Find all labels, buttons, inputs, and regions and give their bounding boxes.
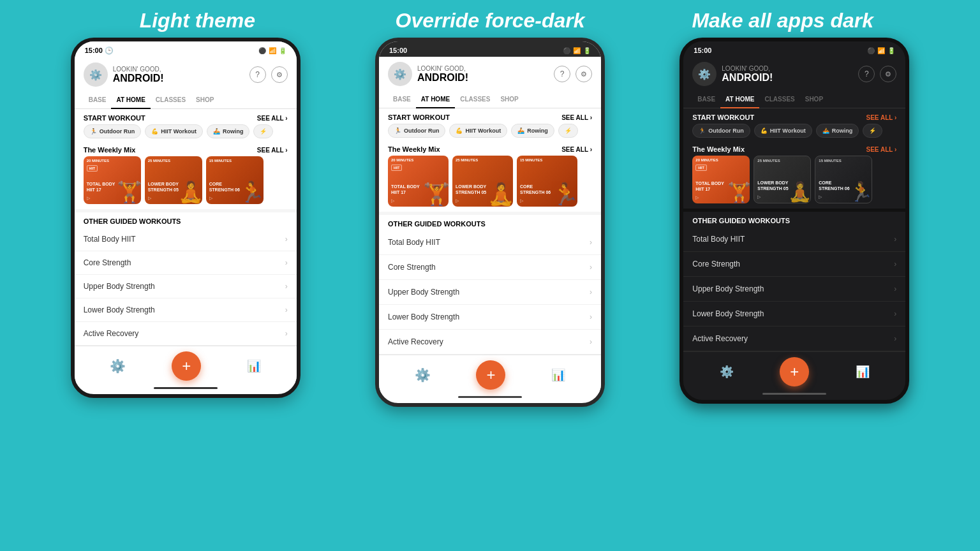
page-container: Light theme Override force-dark Make all… [0,0,980,551]
tab-shop-light[interactable]: SHOP [191,92,219,108]
chip-rowing-dark[interactable]: 🚣Rowing [511,124,554,138]
chip-more-light[interactable]: ⚡ [253,124,273,138]
bottom-nav-dark: ⚙️ + 📊 [379,355,601,393]
list-lower-dark[interactable]: Lower Body Strength › [379,305,601,330]
tab-athome-dark[interactable]: AT HOME [416,91,455,108]
chip-more-dark[interactable]: ⚡ [558,124,578,138]
card-lower-body-light[interactable]: 25 MINUTES LOWER BODYSTRENGTH 05 ▷ 🧘 [145,156,202,204]
home-indicator-vdark [762,393,826,395]
see-all-mix-dark[interactable]: SEE ALL › [561,146,592,153]
list-core-vdark[interactable]: Core Strength › [683,252,905,277]
list-core-light[interactable]: Core Strength › [75,251,297,275]
settings-icon-light[interactable]: ⚙ [271,66,288,83]
chip-outdoor-dark[interactable]: 🏃Outdoor Run [388,124,446,138]
weekly-mix-title-vdark: The Weekly Mix [692,145,745,153]
see-all-start-vdark[interactable]: SEE ALL › [866,114,897,121]
guided-title-vdark: OTHER GUIDED WORKOUTS [683,212,905,227]
help-icon-dark[interactable]: ? [554,66,570,82]
guided-title-dark: OTHER GUIDED WORKOUTS [379,215,601,230]
card-core-dark[interactable]: 15 MINUTES CORESTRENGTH 06 ▷ 🏃 [517,156,577,207]
start-workout-title-vdark: START WORKOUT [692,114,754,121]
fab-vdark[interactable]: + [780,357,809,386]
avatar-vdark: ⚙️ [692,62,716,86]
scroll-content-dark: START WORKOUT SEE ALL › 🏃Outdoor Run 💪HI… [379,108,601,355]
list-recovery-light[interactable]: Active Recovery › [75,322,297,346]
tab-base-dark[interactable]: BASE [388,91,416,108]
chip-hiit-dark[interactable]: 💪HIIT Workout [449,124,507,138]
camera-dot-light: ⚫ [258,47,266,54]
scroll-content-light: START WORKOUT SEE ALL › 🏃Outdoor Run 💪HI… [75,109,297,346]
phone-vdark: 15:00 ⚫ 📶 🔋 ⚙️ LOOKIN' GOOD, ANDROID! [679,38,909,404]
settings-icon-dark[interactable]: ⚙ [575,66,592,82]
card-core-vdark[interactable]: 15 MINUTES CORESTRENGTH 06 ▷ 🏃 [815,156,872,203]
card-lower-body-vdark[interactable]: 25 MINUTES LOWER BODYSTRENGTH 05 ▷ 🧘 [754,156,811,203]
nav-workouts-dark[interactable]: ⚙️ [415,367,431,383]
avatar-light: ⚙️ [84,62,108,87]
bottom-nav-vdark: ⚙️ + 📊 [683,351,905,390]
settings-icon-vdark[interactable]: ⚙ [880,66,896,82]
nav-tabs-dark: BASE AT HOME CLASSES SHOP [379,91,601,108]
wifi-light: 📶 [269,47,276,54]
list-recovery-vdark[interactable]: Active Recovery › [683,327,905,351]
list-upper-dark[interactable]: Upper Body Strength › [379,280,601,305]
tab-base-vdark[interactable]: BASE [692,91,720,108]
card-core-strength-light[interactable]: 15 MINUTES CORESTRENGTH 06 ▷ 🏃 [206,156,264,204]
tab-classes-vdark[interactable]: CLASSES [759,91,799,108]
nav-stats-vdark[interactable]: 📊 [856,365,870,379]
chip-rowing-light[interactable]: 🚣Rowing [207,124,250,138]
tab-athome-light[interactable]: AT HOME [111,92,150,109]
nav-tabs-light: BASE AT HOME CLASSES SHOP [75,92,297,109]
see-all-start-light[interactable]: SEE ALL › [257,115,288,122]
weekly-mix-cards-dark: 20 MINUTES HIIT TOTAL BODYHIIT 17 ▷ 🏋️ 2… [379,156,601,212]
list-upper-light[interactable]: Upper Body Strength › [75,275,297,298]
help-icon-light[interactable]: ? [249,66,266,83]
list-recovery-dark[interactable]: Active Recovery › [379,330,601,355]
nav-stats-dark[interactable]: 📊 [551,368,565,382]
chip-rowing-vdark[interactable]: 🚣Rowing [816,124,859,138]
heading-make-dark: Make all apps dark [636,9,929,33]
list-lower-vdark[interactable]: Lower Body Strength › [683,302,905,327]
list-upper-vdark[interactable]: Upper Body Strength › [683,277,905,302]
avatar-dark: ⚙️ [388,62,412,86]
phone-light: 15:00 🕒 ⚫ 📶 🔋 ⚙️ LOOKIN' GOOD, ANDROID! [71,38,301,398]
status-icons-light: ⚫ 📶 🔋 [258,47,286,54]
fab-light[interactable]: + [172,351,201,381]
chip-hiit-light[interactable]: 💪HIIT Workout [145,124,203,138]
fab-dark[interactable]: + [476,360,505,390]
help-icon-vdark[interactable]: ? [858,66,875,82]
list-total-body-vdark[interactable]: Total Body HIIT › [683,227,905,252]
see-all-start-dark[interactable]: SEE ALL › [561,114,592,121]
home-indicator-dark [458,396,522,398]
chip-outdoor-light[interactable]: 🏃Outdoor Run [84,124,142,138]
card-total-body-vdark[interactable]: 20 MINUTES HIIT TOTAL BODYHIIT 17 ▷ 🏋️ [692,156,750,203]
card-total-body-dark[interactable]: 20 MINUTES HIIT TOTAL BODYHIIT 17 ▷ 🏋️ [388,156,449,207]
chip-outdoor-vdark[interactable]: 🏃Outdoor Run [692,124,750,138]
see-all-mix-light[interactable]: SEE ALL › [257,147,288,154]
nav-stats-light[interactable]: 📊 [247,359,261,373]
tab-base-light[interactable]: BASE [84,92,112,108]
app-header-vdark: ⚙️ LOOKIN' GOOD, ANDROID! ? ⚙ [683,57,905,91]
greeting-light: LOOKIN' GOOD, [113,66,164,73]
card-total-body-light[interactable]: 20 MINUTES HIIT TOTAL BODYHIIT 17 ▷ 🏋️ [84,156,141,204]
see-all-mix-vdark[interactable]: SEE ALL › [866,146,897,153]
tab-classes-dark[interactable]: CLASSES [455,91,495,108]
nav-workouts-vdark[interactable]: ⚙️ [720,365,734,379]
chip-hiit-vdark[interactable]: 💪HIIT Workout [754,124,812,138]
list-total-body-dark[interactable]: Total Body HIIT › [379,230,601,255]
weekly-mix-cards-light: 20 MINUTES HIIT TOTAL BODYHIIT 17 ▷ 🏋️ 2… [75,156,297,209]
page-headers: Light theme Override force-dark Make all… [0,0,980,38]
tab-athome-vdark[interactable]: AT HOME [720,91,759,108]
username-vdark: ANDROID! [722,72,773,84]
list-core-dark[interactable]: Core Strength › [379,255,601,280]
tab-shop-dark[interactable]: SHOP [495,91,523,108]
tab-classes-light[interactable]: CLASSES [151,92,191,108]
list-total-body-light[interactable]: Total Body HIIT › [75,228,297,251]
start-workout-title-light: START WORKOUT [84,114,145,122]
nav-workouts-light[interactable]: ⚙️ [110,358,126,374]
workout-chips-vdark: 🏃Outdoor Run 💪HIIT Workout 🚣Rowing ⚡ [683,124,905,142]
list-lower-light[interactable]: Lower Body Strength › [75,298,297,322]
tab-shop-vdark[interactable]: SHOP [800,91,828,108]
card-lower-body-dark[interactable]: 25 MINUTES LOWER BODYSTRENGTH 05 ▷ 🧘 [452,156,513,207]
chip-more-vdark[interactable]: ⚡ [863,124,882,138]
battery-vdark: 🔋 [887,47,895,54]
